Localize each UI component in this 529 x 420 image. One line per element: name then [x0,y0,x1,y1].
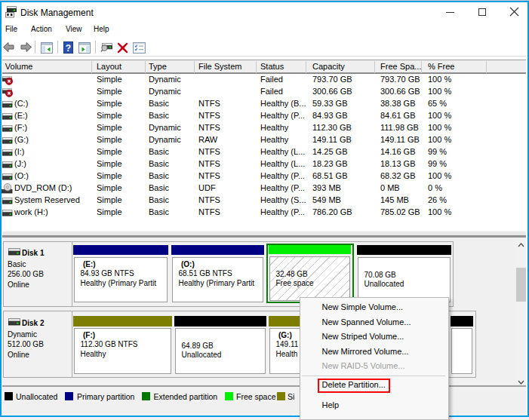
svg-text:?: ? [66,43,71,54]
